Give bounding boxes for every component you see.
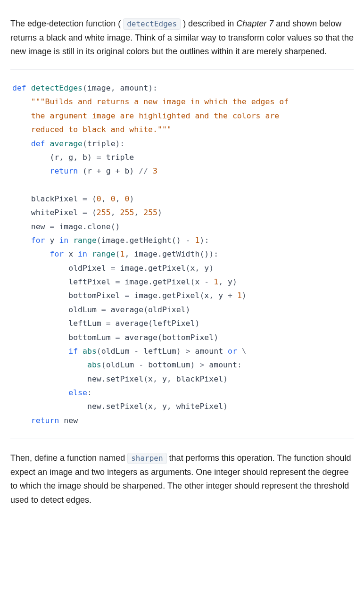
- inline-code-detectEdges: detectEdges: [123, 18, 181, 30]
- code-block: def detectEdges(image, amount): """Build…: [10, 70, 354, 439]
- intro-paragraph: The edge-detection function ( detectEdge…: [10, 17, 354, 59]
- outro-text-1: Then, define a function named: [10, 453, 127, 463]
- intro-text-2: ) described in: [181, 19, 236, 28]
- intro-italic-chapter: Chapter 7: [236, 19, 273, 28]
- inline-code-sharpen: sharpen: [127, 453, 166, 464]
- intro-text-1: The edge-detection function (: [10, 19, 123, 28]
- outro-paragraph: Then, define a function named sharpen th…: [10, 451, 354, 507]
- fn-detectEdges: detectEdges: [31, 83, 83, 92]
- kw-def: def: [12, 83, 26, 92]
- page-container: The edge-detection function ( detectEdge…: [0, 0, 364, 535]
- fn-average: average: [50, 139, 83, 148]
